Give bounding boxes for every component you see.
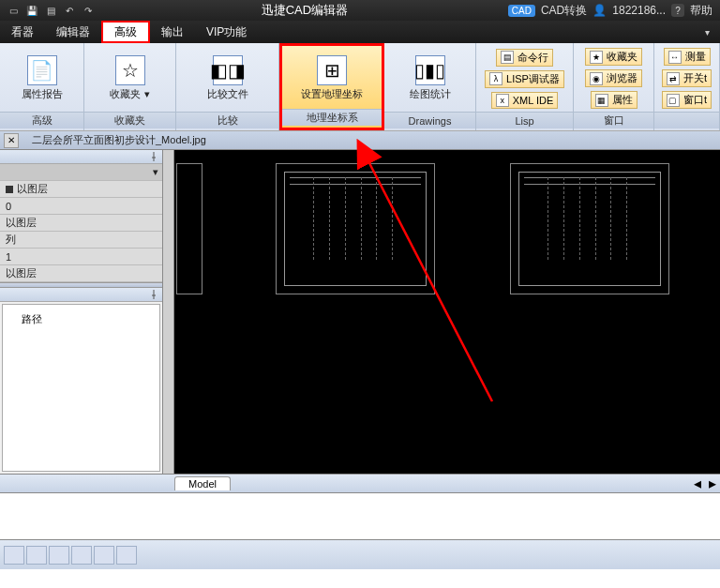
geo-icon: ⊞ <box>317 55 347 85</box>
canvas-vertical-scrollbar[interactable] <box>163 150 174 474</box>
ribbon-group-extra: ↔测量 ⇄开关t ▢窗口t <box>654 43 720 130</box>
measure-icon: ↔ <box>668 51 682 64</box>
tab-vip[interactable]: VIP功能 <box>195 21 258 43</box>
title-right: CAD CAD转换 👤 1822186... ? 帮助 <box>508 3 720 19</box>
dropdown-icon[interactable]: ▾ <box>699 24 714 39</box>
command-input[interactable] <box>0 492 720 539</box>
status-button[interactable] <box>49 546 69 565</box>
window-button[interactable]: ▢窗口t <box>662 91 712 109</box>
drawing-preview <box>510 163 669 294</box>
group-label-advanced: 高级 <box>0 112 83 128</box>
model-tab[interactable]: Model <box>174 476 231 490</box>
file-tab[interactable]: 二层会所平立面图初步设计_Model.jpg <box>22 133 216 147</box>
status-button[interactable] <box>94 546 114 565</box>
grid-row[interactable]: 以图层 <box>0 181 162 198</box>
group-label-window: 窗口 <box>574 112 653 128</box>
property-grid: ▾ 以图层 0 以图层 列 1 以图层 <box>0 164 162 282</box>
switch-button[interactable]: ⇄开关t <box>662 69 712 87</box>
properties-panel: ▾ 以图层 0 以图层 列 1 以图层 路径 <box>0 150 163 474</box>
xml-ide-button[interactable]: xXML IDE <box>491 92 559 109</box>
model-tab-bar: Model ◂ ▸ <box>0 474 720 492</box>
main-area: ▾ 以图层 0 以图层 列 1 以图层 路径 <box>0 150 720 474</box>
title-bar: ▭ 💾 ▤ ↶ ↷ 迅捷CAD编辑器 CAD CAD转换 👤 1822186..… <box>0 0 720 21</box>
pin-icon[interactable] <box>149 290 158 299</box>
ribbon-group-compare: ◧◨ 比较文件 比较 <box>176 43 279 130</box>
ribbon-group-lisp: ▤命令行 λLISP调试器 xXML IDE Lisp <box>476 43 574 130</box>
quick-access: ▭ 💾 ▤ ↶ ↷ <box>0 3 101 18</box>
save-icon[interactable]: 💾 <box>24 3 39 18</box>
group-label-lisp: Lisp <box>476 112 573 128</box>
grid-header[interactable]: ▾ <box>0 164 162 181</box>
grid-row[interactable]: 1 <box>0 249 162 265</box>
ribbon-group-advanced: 📄 属性报告 高级 <box>0 43 84 130</box>
cmd-icon: ▤ <box>501 51 514 64</box>
tab-viewer[interactable]: 看器 <box>0 21 45 43</box>
compare-button[interactable]: ◧◨ 比较文件 <box>200 53 256 103</box>
grid-row[interactable]: 0 <box>0 198 162 215</box>
set-geo-coords-button[interactable]: ⊞ 设置地理坐标 <box>293 53 370 103</box>
xml-icon: x <box>496 94 509 107</box>
status-bar <box>0 539 720 569</box>
ribbon-group-favorites: ☆ 收藏夹 ▾ 收藏夹 <box>84 43 176 130</box>
path-panel: 路径 <box>2 304 160 472</box>
square-icon <box>6 186 13 193</box>
grid-row[interactable]: 以图层 <box>0 215 162 232</box>
ribbon-group-drawings: ▯▮▯ 绘图统计 Drawings <box>384 43 476 130</box>
panel-header-1 <box>0 150 162 164</box>
tab-output[interactable]: 输出 <box>150 21 195 43</box>
scroll-right-icon[interactable]: ▸ <box>705 475 720 492</box>
print-icon[interactable]: ▤ <box>43 3 58 18</box>
prop-icon: ▦ <box>595 94 608 107</box>
measure-button[interactable]: ↔测量 <box>664 48 711 66</box>
scroll-left-icon[interactable]: ◂ <box>690 475 705 492</box>
group-label-geo: 地理坐标系 <box>282 109 382 126</box>
drawing-preview <box>276 163 435 294</box>
favorites-button[interactable]: ☆ 收藏夹 ▾ <box>102 53 157 103</box>
path-label: 路径 <box>22 313 42 324</box>
user-label: 1822186... <box>612 4 666 17</box>
drawing-stats-button[interactable]: ▯▮▯ 绘图统计 <box>402 53 458 103</box>
redo-icon[interactable]: ↷ <box>81 3 96 18</box>
property-report-button[interactable]: 📄 属性报告 <box>14 53 70 103</box>
close-tab-button[interactable]: ✕ <box>4 133 19 148</box>
drawing-canvas[interactable] <box>163 150 720 474</box>
compare-icon: ◧◨ <box>213 55 243 85</box>
grid-row[interactable]: 列 <box>0 232 162 249</box>
grid-row[interactable]: 以图层 <box>0 265 162 282</box>
lisp-debugger-button[interactable]: λLISP调试器 <box>485 70 564 88</box>
tab-advanced[interactable]: 高级 <box>101 21 150 43</box>
group-label-favorites: 收藏夹 <box>84 112 175 128</box>
status-button[interactable] <box>26 546 47 565</box>
status-button[interactable] <box>71 546 92 565</box>
undo-icon[interactable]: ↶ <box>62 3 77 18</box>
win-favorites-button[interactable]: ★收藏夹 <box>585 48 642 66</box>
chevron-down-icon[interactable]: ▾ <box>153 166 158 178</box>
menu-bar: 看器 编辑器 高级 输出 VIP功能 ▾ <box>0 21 720 43</box>
group-label-compare: 比较 <box>176 112 278 128</box>
win-properties-button[interactable]: ▦属性 <box>591 91 638 109</box>
cad-convert-button[interactable]: CAD转换 <box>541 3 587 19</box>
drawing-preview <box>176 163 202 294</box>
switch-icon: ⇄ <box>667 72 680 85</box>
stats-icon: ▯▮▯ <box>415 55 445 85</box>
new-icon[interactable]: ▭ <box>6 3 21 18</box>
ribbon: 📄 属性报告 高级 ☆ 收藏夹 ▾ 收藏夹 ◧◨ 比较文件 比较 ⊞ 设置地理坐… <box>0 43 720 131</box>
report-icon: 📄 <box>27 55 57 85</box>
ribbon-group-geo: ⊞ 设置地理坐标 地理坐标系 <box>279 43 384 130</box>
help-icon[interactable]: ? <box>671 4 684 17</box>
ribbon-group-window: ★收藏夹 ◉浏览器 ▦属性 窗口 <box>574 43 654 130</box>
tab-editor[interactable]: 编辑器 <box>45 21 101 43</box>
pin-icon[interactable] <box>149 152 158 161</box>
status-button[interactable] <box>116 546 137 565</box>
help-label[interactable]: 帮助 <box>690 3 712 19</box>
command-line-button[interactable]: ▤命令行 <box>496 49 553 67</box>
status-button[interactable] <box>4 546 24 565</box>
win-browser-button[interactable]: ◉浏览器 <box>585 69 642 87</box>
app-title: 迅捷CAD编辑器 <box>101 2 508 19</box>
group-label-drawings: Drawings <box>384 112 475 128</box>
user-icon: 👤 <box>592 4 607 17</box>
panel-header-2 <box>0 288 162 302</box>
group-label-extra <box>654 112 719 128</box>
debug-icon: λ <box>489 72 502 85</box>
favorites-icon: ☆ <box>115 55 145 85</box>
